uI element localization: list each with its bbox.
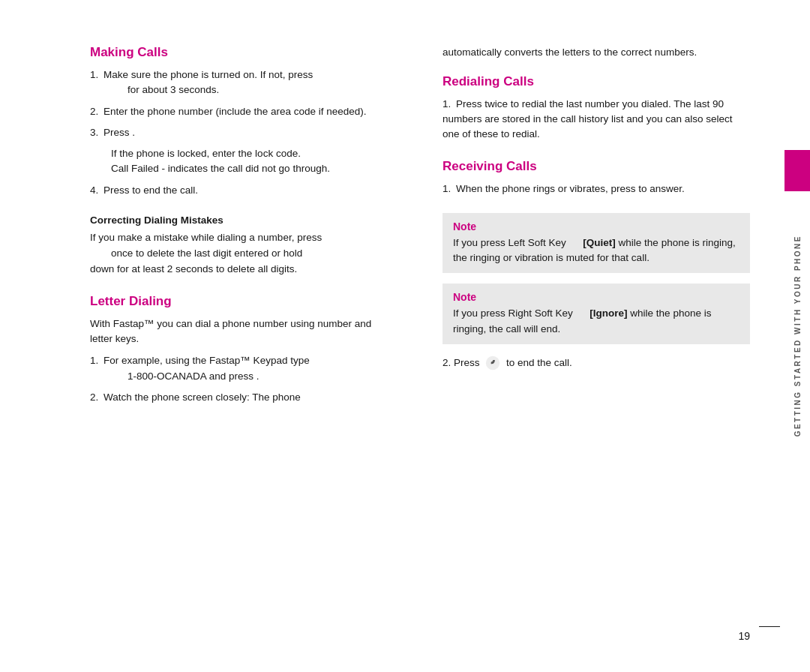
redialing-section: Redialing Calls 1. Press twice to redial… bbox=[442, 74, 750, 142]
receiving-item-1: 1. When the phone rings or vibrates, pre… bbox=[442, 182, 750, 196]
right-column: automatically converts the letters to th… bbox=[435, 45, 750, 627]
correcting-title: Correcting Dialing Mistakes bbox=[90, 214, 390, 226]
redialing-list: 1. Press twice to redial the last number… bbox=[442, 97, 750, 142]
making-calls-list-2: 4. Press to end the call. bbox=[90, 183, 390, 198]
receiving-item-2: 2. Press to end the call. bbox=[442, 355, 750, 371]
divider-line bbox=[759, 626, 780, 627]
letter-dialing-item-2: 2. Watch the phone screen closely: The p… bbox=[90, 390, 390, 405]
letter-dialing-section: Letter Dialing With Fastap™ you can dial… bbox=[90, 294, 390, 406]
making-calls-item-3: 3. Press . bbox=[90, 125, 390, 140]
note-2-text: If you press Right Soft Key [Ignore] whi… bbox=[453, 306, 740, 337]
receiving-list: 1. When the phone rings or vibrates, pre… bbox=[442, 182, 750, 196]
page-container: Making Calls 1. Make sure the phone is t… bbox=[0, 0, 810, 672]
auto-converts-text: automatically converts the letters to th… bbox=[442, 45, 750, 61]
main-content: Making Calls 1. Make sure the phone is t… bbox=[90, 45, 750, 627]
note-1-label: Note bbox=[453, 220, 740, 232]
making-calls-item-4: 4. Press to end the call. bbox=[90, 183, 390, 198]
receiving-title: Receiving Calls bbox=[442, 159, 750, 174]
left-column: Making Calls 1. Make sure the phone is t… bbox=[90, 45, 405, 627]
making-calls-title: Making Calls bbox=[90, 45, 390, 60]
redialing-item-1: 1. Press twice to redial the last number… bbox=[442, 97, 750, 142]
page-number: 19 bbox=[738, 630, 750, 642]
receiving-section: Receiving Calls 1. When the phone rings … bbox=[442, 159, 750, 196]
letter-dialing-list: 1. For example, using the Fastap™ Keypad… bbox=[90, 353, 390, 405]
note-2-label: Note bbox=[453, 291, 740, 303]
if-locked-lines: If the phone is locked, enter the lock c… bbox=[90, 146, 390, 177]
making-calls-item-2: 2. Enter the phone number (include the a… bbox=[90, 104, 390, 119]
making-calls-list: 1. Make sure the phone is turned on. If … bbox=[90, 68, 390, 140]
redialing-title: Redialing Calls bbox=[442, 74, 750, 89]
sidebar-label: GETTING STARTED WITH YOUR PHONE bbox=[794, 235, 802, 436]
phone-end-icon bbox=[484, 355, 501, 371]
auto-converts-section: automatically converts the letters to th… bbox=[442, 45, 750, 61]
note-box-2: Note If you press Right Soft Key [Ignore… bbox=[442, 284, 750, 344]
making-calls-section: Making Calls 1. Make sure the phone is t… bbox=[90, 45, 390, 198]
letter-dialing-intro: With Fastap™ you can dial a phone number… bbox=[90, 316, 390, 348]
making-calls-item-1: 1. Make sure the phone is turned on. If … bbox=[90, 68, 390, 98]
letter-dialing-title: Letter Dialing bbox=[90, 294, 390, 309]
letter-dialing-item-1: 1. For example, using the Fastap™ Keypad… bbox=[90, 353, 390, 384]
correcting-section: Correcting Dialing Mistakes If you make … bbox=[90, 214, 390, 278]
correcting-text: If you make a mistake while dialing a nu… bbox=[90, 230, 390, 278]
note-1-text: If you press Left Soft Key [Quiet] while… bbox=[453, 236, 740, 266]
making-calls-item-1-cont: for about 3 seconds. bbox=[90, 82, 390, 98]
letter-dialing-item-1-cont: 1-800-OCANADA and press . bbox=[90, 369, 390, 384]
sidebar-text-container: GETTING STARTED WITH YOUR PHONE bbox=[784, 0, 810, 672]
note-box-1: Note If you press Left Soft Key [Quiet] … bbox=[442, 213, 750, 274]
